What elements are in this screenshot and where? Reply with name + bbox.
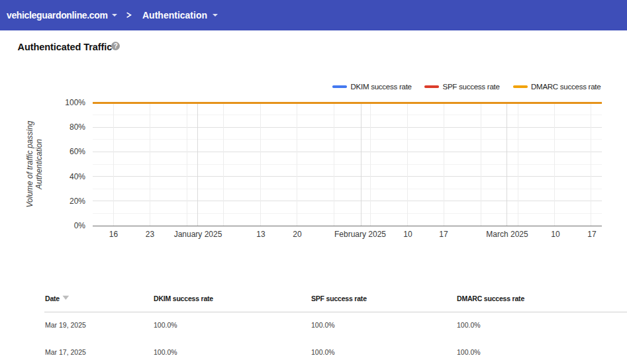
svg-text:23: 23 — [146, 230, 155, 239]
svg-text:20%: 20% — [70, 197, 85, 206]
svg-text:16: 16 — [109, 230, 119, 239]
svg-text:60%: 60% — [70, 147, 85, 156]
svg-text:17: 17 — [587, 230, 597, 239]
svg-text:Volume of traffic passing: Volume of traffic passing — [25, 120, 34, 207]
svg-text:100%: 100% — [65, 98, 85, 107]
svg-text:March 2025: March 2025 — [486, 230, 528, 239]
svg-text:13: 13 — [256, 230, 265, 239]
svg-text:20: 20 — [293, 230, 302, 239]
svg-text:February 2025: February 2025 — [334, 230, 386, 239]
svg-text:80%: 80% — [70, 122, 85, 132]
svg-text:January 2025: January 2025 — [174, 230, 222, 239]
svg-text:17: 17 — [439, 230, 448, 239]
svg-text:10: 10 — [551, 230, 560, 239]
svg-text:10: 10 — [403, 230, 412, 239]
svg-text:Authentication: Authentication — [34, 139, 44, 190]
svg-text:40%: 40% — [70, 172, 85, 181]
svg-text:0%: 0% — [74, 221, 86, 230]
